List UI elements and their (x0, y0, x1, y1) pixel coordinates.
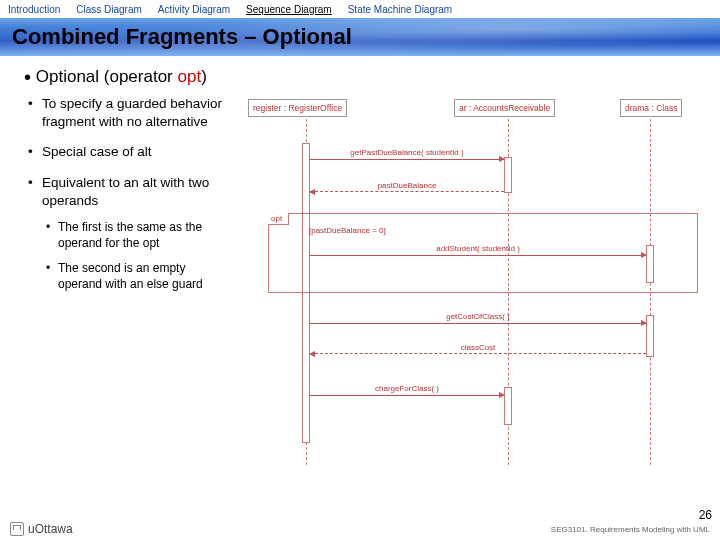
activation-bar (646, 315, 654, 357)
university-logo-block: uOttawa (10, 522, 73, 536)
title-banner: Combined Fragments – Optional (0, 18, 720, 56)
lifeline-drama-class: drama : Class (620, 99, 682, 117)
message-label: addStudent( studentId ) (436, 244, 520, 253)
tab-introduction[interactable]: Introduction (0, 4, 68, 15)
tab-activity-diagram[interactable]: Activity Diagram (150, 4, 238, 15)
message-arrow: addStudent( studentId ) (310, 255, 646, 256)
university-name: uOttawa (28, 522, 73, 536)
opt-guard: [pastDueBalance = 0] (309, 226, 386, 235)
sequence-diagram: register : RegisterOffice ar : AccountsR… (234, 95, 708, 465)
activation-bar (302, 143, 310, 443)
bullet1-text-pre: Optional (operator (36, 67, 178, 86)
bullet2-text: Equivalent to an alt with two operands (42, 175, 209, 208)
return-label: pastDueBalance (378, 181, 437, 190)
tab-class-diagram[interactable]: Class Diagram (68, 4, 150, 15)
message-label: getCostOfClass( ) (446, 312, 510, 321)
text-column: To specify a guarded behavior fragment w… (24, 95, 234, 465)
tab-bar: Introduction Class Diagram Activity Diag… (0, 0, 720, 18)
return-arrow: pastDueBalance (310, 191, 504, 192)
activation-bar (504, 387, 512, 425)
activation-bar (646, 245, 654, 283)
bullet1-text-post: ) (201, 67, 207, 86)
bullet3-item: The second is an empty operand with an e… (58, 261, 228, 292)
opt-operator-label: opt (268, 213, 289, 225)
bullet1-operator: opt (178, 67, 202, 86)
activation-bar (504, 157, 512, 193)
lifeline-accounts-receivable: ar : AccountsReceivable (454, 99, 555, 117)
bullet3-item: The first is the same as the operand for… (58, 220, 228, 251)
bullet2-item: Equivalent to an alt with two operands T… (42, 174, 228, 293)
lifeline-register: register : RegisterOffice (248, 99, 347, 117)
bullet2-item: To specify a guarded behavior fragment w… (42, 95, 228, 131)
return-arrow: classCost (310, 353, 646, 354)
message-arrow: chargeForClass( ) (310, 395, 504, 396)
course-code: SEG3101. Requirements Modeling with UML (551, 525, 710, 534)
bullet2-item: Special case of alt (42, 143, 228, 161)
return-label: classCost (461, 343, 496, 352)
tab-state-machine-diagram[interactable]: State Machine Diagram (340, 4, 461, 15)
opt-fragment: opt [pastDueBalance = 0] (268, 213, 698, 293)
bullet-level1: • Optional (operator opt) (24, 66, 708, 89)
uottawa-icon (10, 522, 24, 536)
tab-sequence-diagram[interactable]: Sequence Diagram (238, 4, 340, 15)
page-number: 26 (699, 508, 712, 522)
message-label: chargeForClass( ) (375, 384, 439, 393)
slide-title: Combined Fragments – Optional (12, 24, 352, 50)
footer: uOttawa SEG3101. Requirements Modeling w… (0, 522, 720, 536)
message-label: getPastDueBalance( studentId ) (350, 148, 463, 157)
message-arrow: getCostOfClass( ) (310, 323, 646, 324)
message-arrow: getPastDueBalance( studentId ) (310, 159, 504, 160)
